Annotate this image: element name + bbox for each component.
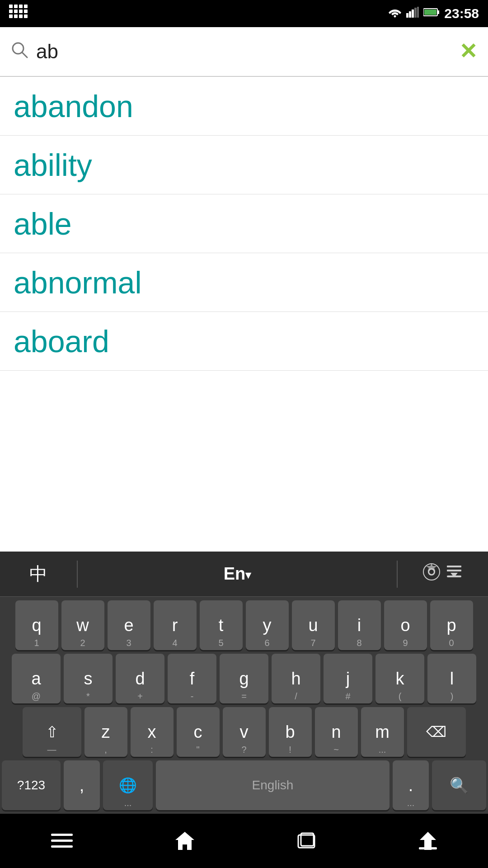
key-s[interactable]: s* [64,654,113,703]
key-u[interactable]: u7 [292,600,335,650]
suggestion-item-aboard[interactable]: aboard [0,312,488,371]
signal-icon [406,7,419,20]
key-globe[interactable]: 🌐 ... [103,760,153,810]
svg-rect-23 [419,847,437,849]
suggestion-text: aboard [14,324,109,359]
battery-icon [423,8,440,19]
wifi-icon [388,7,402,20]
suggestion-text: abnormal [14,265,142,300]
key-numbers[interactable]: ?123 [2,760,61,810]
keyboard-row-3: ⇧ — z, x: c" v? b! n~ m... ⌫ [2,707,486,757]
key-r[interactable]: r4 [154,600,197,650]
key-h[interactable]: h/ [272,654,320,703]
keyboard: 中 En▾ [0,552,488,814]
nav-recent-button[interactable] [297,832,317,849]
key-a[interactable]: a@ [12,654,61,703]
key-l[interactable]: l) [427,654,476,703]
svg-rect-3 [412,9,414,18]
suggestion-item-abnormal[interactable]: abnormal [0,253,488,312]
key-q[interactable]: q1 [15,600,58,650]
key-period[interactable]: . ... [393,760,429,810]
svg-rect-2 [409,11,411,18]
key-w[interactable]: w2 [61,600,104,650]
search-bar: ✕ [0,27,488,77]
suggestion-text: abandon [14,89,133,124]
key-comma[interactable]: , [64,760,100,810]
svg-rect-17 [51,840,73,842]
chinese-input-icon[interactable]: 中 [29,561,47,586]
svg-rect-5 [417,7,419,18]
svg-rect-4 [414,8,417,18]
nav-back-button[interactable] [419,831,437,851]
main-content: ✕ abandon ability able abnormal aboard 中… [0,27,488,868]
kb-language-button[interactable]: En▾ [224,564,251,584]
suggestion-text: ability [14,147,92,183]
key-v[interactable]: v? [223,707,266,757]
key-o[interactable]: o9 [384,600,427,650]
kb-lang-section[interactable]: En▾ [78,564,397,584]
keyboard-rows: q1 w2 e3 r4 t5 y6 u7 i8 o9 p0 a@ s* d+ f… [0,597,488,812]
svg-rect-1 [406,13,408,18]
key-n[interactable]: n~ [315,707,358,757]
svg-rect-13 [447,566,461,567]
clear-button[interactable]: ✕ [459,41,477,62]
suggestions-list: abandon ability able abnormal aboard [0,77,488,552]
suggestion-text: able [14,206,72,241]
app-grid-icon [9,5,28,18]
key-space[interactable]: English [156,760,389,810]
key-p[interactable]: p0 [430,600,473,650]
space-label: English [252,779,294,792]
key-d[interactable]: d+ [116,654,164,703]
key-i[interactable]: i8 [338,600,381,650]
svg-rect-8 [424,9,436,15]
keyboard-row-2: a@ s* d+ f- g= h/ j# k( l) [2,654,486,703]
kb-settings-section [398,563,488,585]
keyboard-settings-icon[interactable] [422,563,441,585]
key-y[interactable]: y6 [246,600,289,650]
search-icon [11,41,28,62]
status-bar: 23:58 [0,0,488,27]
key-b[interactable]: b! [269,707,312,757]
key-c[interactable]: c" [177,707,220,757]
key-shift[interactable]: ⇧ — [23,707,81,757]
keyboard-hide-icon[interactable] [445,563,463,585]
suggestion-item-ability[interactable]: ability [0,136,488,194]
svg-rect-14 [447,570,461,571]
key-x[interactable]: x: [131,707,174,757]
key-j[interactable]: j# [324,654,372,703]
suggestion-item-abandon[interactable]: abandon [0,77,488,136]
svg-line-10 [22,52,27,57]
suggestion-item-able[interactable]: able [0,194,488,253]
key-e[interactable]: e3 [108,600,150,650]
key-t[interactable]: t5 [200,600,243,650]
key-backspace[interactable]: ⌫ [407,707,466,757]
svg-rect-16 [51,834,73,836]
key-z[interactable]: z, [84,707,127,757]
keyboard-row-1: q1 w2 e3 r4 t5 y6 u7 i8 o9 p0 [2,600,486,650]
status-icons: 23:58 [388,6,479,21]
key-m[interactable]: m... [361,707,404,757]
keyboard-top-bar: 中 En▾ [0,552,488,597]
key-g[interactable]: g= [220,654,268,703]
svg-rect-7 [437,10,439,14]
keyboard-bottom-row: ?123 , 🌐 ... English . ... 🔍 [2,760,486,810]
key-k[interactable]: k( [375,654,424,703]
svg-rect-18 [51,845,73,848]
nav-home-button[interactable] [174,831,195,851]
key-search[interactable]: 🔍 [432,760,486,810]
search-input[interactable] [36,40,451,63]
status-time: 23:58 [444,6,479,21]
key-f[interactable]: f- [168,654,216,703]
kb-chinese-section[interactable]: 中 [0,561,77,586]
svg-point-0 [394,15,396,18]
status-bar-left-icons [9,5,28,18]
navigation-bar [0,814,488,868]
nav-menu-button[interactable] [51,833,73,849]
svg-marker-19 [175,832,194,850]
